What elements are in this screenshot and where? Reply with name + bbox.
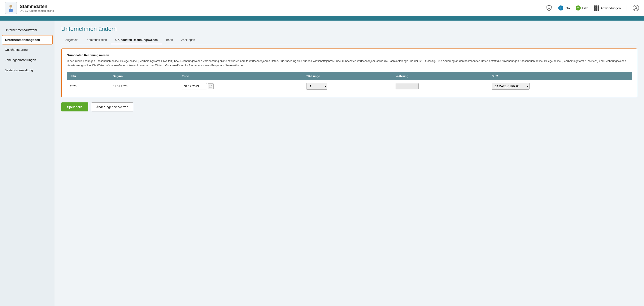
apps-grid-icon: [594, 6, 599, 11]
col-header-beginn: Beginn: [110, 72, 178, 80]
shield-icon[interactable]: [546, 5, 552, 11]
main-content: Unternehmen ändern Allgemein Kommunikati…: [54, 21, 644, 305]
app-title: Stammdaten: [20, 4, 54, 9]
tab-kommunikation[interactable]: Kommunikation: [82, 36, 111, 44]
avatar-icon: [6, 3, 16, 13]
sidebar-item-zahlungseinstellungen[interactable]: Zahlungseinstellungen: [0, 55, 54, 65]
table-row: 2023 01.01.2023: [67, 80, 632, 92]
anwendungen-label: Anwendungen: [600, 6, 621, 10]
page-title: Unternehmen ändern: [61, 26, 637, 32]
col-header-jahr: Jahr: [67, 72, 110, 80]
user-icon[interactable]: [633, 5, 639, 11]
sk-laenge-select[interactable]: 4 6 8: [306, 83, 327, 90]
sidebar-item-unternehmensauswahl[interactable]: Unternehmensauswahl: [0, 25, 54, 35]
hilfe-nav-item[interactable]: ? Hilfe: [576, 6, 588, 11]
tab-allgemein[interactable]: Allgemein: [61, 36, 82, 44]
cell-skr: 04 DATEV SKR 04 03 DATEV SKR 03: [488, 80, 632, 92]
anwendungen-nav-item[interactable]: Anwendungen: [594, 6, 621, 11]
svg-rect-8: [209, 85, 212, 88]
shield-svg: [546, 5, 552, 11]
tab-grunddaten[interactable]: Grunddaten Rechnungswesen: [111, 36, 162, 44]
grunddaten-card: Grunddaten Rechnungswesen In den Cloud-L…: [61, 49, 637, 97]
header-title-group: Stammdaten DATEV Unternehmen online: [20, 4, 54, 12]
tab-bar: Allgemein Kommunikation Grunddaten Rechn…: [61, 36, 637, 44]
info-label: Info: [564, 6, 570, 10]
sidebar: Unternehmensauswahl Unternehmensangaben …: [0, 21, 54, 305]
teal-banner: [0, 17, 644, 21]
col-header-waehrung: Währung: [392, 72, 488, 80]
waehrung-input[interactable]: [396, 83, 419, 89]
help-icon: ?: [576, 6, 581, 11]
cell-beginn: 01.01.2023: [110, 80, 178, 92]
ende-input-wrap: [182, 83, 300, 89]
sidebar-item-geschaeftspartner[interactable]: Geschäftspartner: [0, 45, 54, 55]
cell-sk-laenge: 4 6 8: [303, 80, 392, 92]
card-description: In den Cloud-Lösungen Kassenbuch online,…: [67, 59, 632, 68]
cell-ende: [178, 80, 303, 92]
cell-jahr: 2023: [67, 80, 110, 92]
header-divider: [626, 5, 627, 11]
col-header-ende: Ende: [178, 72, 303, 80]
skr-select[interactable]: 04 DATEV SKR 04 03 DATEV SKR 03: [492, 83, 530, 90]
button-row: Speichern Änderungen verwerfen: [61, 102, 637, 111]
col-header-skr: SKR: [488, 72, 632, 80]
header-left: Stammdaten DATEV Unternehmen online: [5, 2, 54, 14]
discard-button[interactable]: Änderungen verwerfen: [91, 102, 134, 111]
table-header-row: Jahr Beginn Ende SK-Länge Währung SKR: [67, 72, 632, 80]
app-avatar: [5, 2, 17, 14]
calendar-icon: [209, 85, 212, 88]
user-svg: [634, 6, 638, 10]
card-section-title: Grunddaten Rechnungswesen: [67, 54, 632, 57]
main-layout: Unternehmensauswahl Unternehmensangaben …: [0, 21, 644, 305]
app-header: Stammdaten DATEV Unternehmen online i In…: [0, 0, 644, 17]
sidebar-item-bestandsverwaltung[interactable]: Bestandsverwaltung: [0, 65, 54, 75]
tab-zahlungen[interactable]: Zahlungen: [177, 36, 199, 44]
header-right: i Info ? Hilfe Anwendungen: [546, 5, 639, 11]
hilfe-label: Hilfe: [582, 6, 588, 10]
calendar-icon-button[interactable]: [208, 83, 214, 89]
svg-rect-5: [10, 8, 11, 9]
svg-point-7: [635, 7, 637, 8]
wirtschaftsjahr-table: Jahr Beginn Ende SK-Länge Währung SKR 20…: [67, 72, 632, 92]
info-icon: i: [558, 6, 563, 11]
col-header-sk-laenge: SK-Länge: [303, 72, 392, 80]
ende-date-input[interactable]: [182, 83, 207, 89]
svg-point-1: [10, 5, 12, 8]
sidebar-item-unternehmensangaben[interactable]: Unternehmensangaben: [2, 35, 53, 45]
svg-point-6: [548, 7, 550, 9]
tab-bank[interactable]: Bank: [162, 36, 177, 44]
info-nav-item[interactable]: i Info: [558, 6, 570, 11]
cell-waehrung: [392, 80, 488, 92]
app-subtitle: DATEV Unternehmen online: [20, 9, 54, 12]
save-button[interactable]: Speichern: [61, 102, 88, 111]
